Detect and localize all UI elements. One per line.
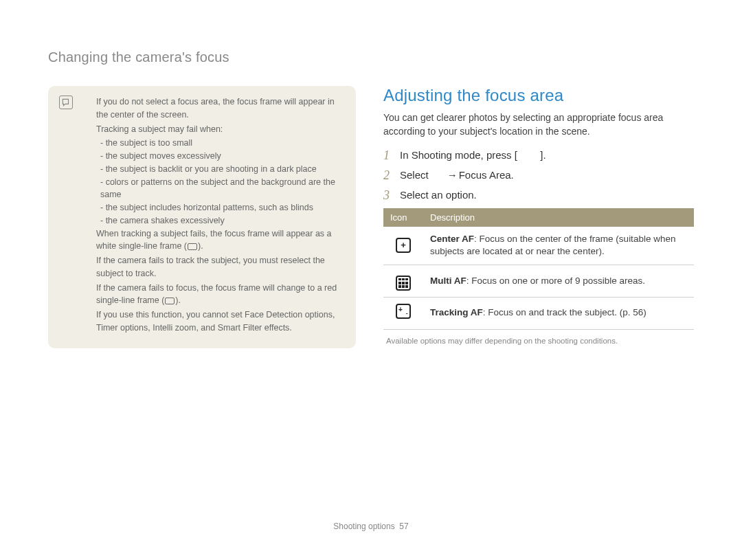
arrow-icon: → (447, 169, 458, 181)
note-icon (59, 96, 73, 109)
table-row: Multi AF: Focus on one or more of 9 poss… (383, 265, 694, 297)
note-fail-intro: Tracking a subject may fail when: (96, 123, 344, 136)
options-table: Icon Description Center AF: Focus on the… (383, 208, 694, 330)
step-2: 2 Select → Focus Area. (383, 168, 694, 183)
table-header-icon: Icon (383, 208, 423, 227)
note-fail-item: the subject moves excessively (96, 150, 344, 163)
note-fail-item: the subject includes horizontal patterns… (96, 201, 344, 214)
note-fail-item: the camera shakes excessively (96, 214, 344, 227)
note-restrict: If you use this function, you cannot set… (96, 309, 344, 335)
page-footer: Shooting options 57 (0, 522, 742, 531)
note-box: If you do not select a focus area, the f… (48, 86, 356, 348)
multi-af-icon (396, 276, 411, 291)
table-row: Center AF: Focus on the center of the fr… (383, 227, 694, 265)
note-red-frame: If the camera fails to focus, the focus … (96, 282, 344, 308)
table-note: Available options may differ depending o… (383, 337, 694, 345)
note-fail-list: the subject is too small the subject mov… (96, 137, 344, 227)
frame-icon (188, 243, 197, 250)
note-intro: If you do not select a focus area, the f… (96, 96, 344, 122)
breadcrumb: Changing the camera's focus (48, 49, 694, 65)
table-header-desc: Description (423, 208, 694, 227)
step-number: 3 (383, 188, 400, 203)
section-desc: You can get clearer photos by selecting … (383, 111, 694, 139)
note-fail-item: the subject is too small (96, 137, 344, 150)
step-number: 2 (383, 168, 400, 183)
step-1: 1 In Shooting mode, press [ ]. (383, 148, 694, 163)
steps-list: 1 In Shooting mode, press [ ]. 2 Select … (383, 148, 694, 203)
note-fail-item: colors or patterns on the subject and th… (96, 176, 344, 202)
frame-icon (165, 298, 175, 304)
step-number: 1 (383, 148, 400, 163)
step-3: 3 Select an option. (383, 188, 694, 203)
center-af-icon (396, 238, 411, 253)
section-title: Adjusting the focus area (383, 86, 694, 105)
table-row: +.. Tracking AF: Focus on and track the … (383, 297, 694, 329)
note-fail-item: the subject is backlit or you are shooti… (96, 163, 344, 176)
tracking-af-icon: +.. (396, 304, 411, 319)
note-reselect: If the camera fails to track the subject… (96, 254, 344, 280)
note-fail-result: When tracking a subject fails, the focus… (96, 227, 344, 254)
